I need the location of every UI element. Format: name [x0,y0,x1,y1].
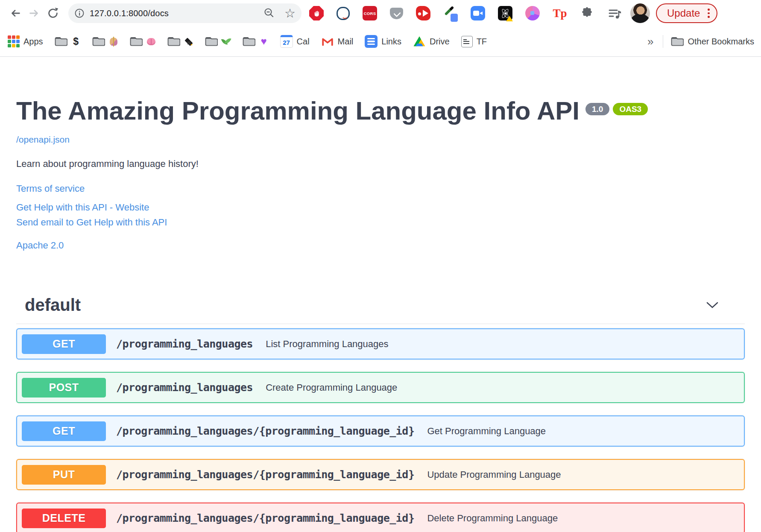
folder-icon [55,36,67,47]
method-badge: DELETE [22,509,106,528]
method-badge: GET [22,334,106,354]
bookmark-label: Drive [430,37,450,47]
chat-bubble-extension-icon[interactable] [337,7,350,20]
bookmark-star-icon[interactable]: ☆ [284,7,296,20]
terms-of-service-link[interactable]: Terms of service [16,183,745,194]
endpoint-row[interactable]: PUT /programming_languages/{programming_… [16,459,745,490]
back-button[interactable] [6,4,25,23]
bookmark-folder-brain[interactable] [130,36,156,47]
bookmark-mail[interactable]: Mail [321,35,354,48]
endpoint-path: /programming_languages/{programming_lang… [116,468,414,481]
forward-button[interactable] [25,4,44,23]
folder-icon [130,36,143,47]
openapi-json-link[interactable]: /openapi.json [16,134,70,145]
method-badge: PUT [22,465,106,485]
bookmark-apps[interactable]: Apps [8,35,43,47]
bookmark-label: TF [477,37,487,47]
bookmark-drive[interactable]: Drive [413,35,450,48]
reload-button[interactable] [44,4,62,23]
endpoint-summary: Create Programming Language [266,382,397,393]
folder-icon [167,36,180,47]
bookmark-label: Apps [23,37,43,47]
carousel-horse-icon [110,38,117,46]
url-text[interactable]: 127.0.0.1:8000/docs [90,9,263,18]
endpoint-path: /programming_languages/{programming_lang… [116,425,414,437]
bookmark-folder-carousel-horse[interactable] [92,36,118,47]
react-devtools-extension-icon[interactable] [498,6,512,20]
herb-icon [222,37,231,46]
dollar-icon: $ [71,36,81,47]
update-button[interactable]: Update [656,3,717,23]
zoom-out-icon[interactable] [263,7,275,19]
bookmark-calendar[interactable]: 27 Cal [280,35,310,48]
cors-extension-icon[interactable]: CORS [363,6,377,20]
kebab-menu-icon[interactable] [708,9,710,18]
bookmark-folder-dollar[interactable]: $ [55,36,81,47]
bookmark-folder-herb[interactable] [205,36,231,47]
zoom-camera-extension-icon[interactable] [471,6,485,20]
endpoint-row[interactable]: GET /programming_languages List Programm… [16,328,745,360]
bookmark-label: Mail [338,37,354,47]
bookmark-label: Cal [297,37,310,47]
section-header-default[interactable]: default [16,295,745,324]
swagger-page: The Amazing Programming Language Info AP… [0,97,761,532]
tf-favicon [461,36,473,47]
bookmark-links[interactable]: Links [365,35,401,48]
chevron-down-icon[interactable] [706,302,718,309]
adblock-extension-icon[interactable] [309,6,324,20]
brain-icon [147,38,155,45]
endpoint-path: /programming_languages [116,338,253,350]
recycle-extension-icon[interactable] [525,6,540,20]
purple-heart-icon: ♥ [259,36,269,47]
oas3-badge: OAS3 [613,103,648,115]
other-bookmarks[interactable]: Other Bookmarks [671,36,754,47]
folder-icon [243,36,255,47]
gmail-icon [321,35,334,48]
help-website-link[interactable]: Get Help with this API - Website [16,202,745,213]
browser-toolbar: 127.0.0.1:8000/docs ☆ CORS Tp [0,0,761,26]
bookmark-tf[interactable]: TF [461,36,487,47]
profile-avatar[interactable] [630,3,650,23]
toggl-label: Tp [553,7,567,20]
color-picker-extension-icon[interactable] [443,6,458,20]
folder-icon [671,36,684,47]
back-arrow-icon [9,7,22,20]
endpoint-row[interactable]: GET /programming_languages/{programming_… [16,415,745,447]
bookmark-folder-purple-heart[interactable]: ♥ [243,36,269,47]
endpoint-summary: Get Programming Language [427,426,546,437]
page-title: The Amazing Programming Language Info AP… [16,97,745,124]
google-calendar-icon: 27 [280,35,293,48]
method-badge: POST [22,378,106,398]
address-bar[interactable]: 127.0.0.1:8000/docs ☆ [68,3,301,23]
apps-grid-icon [8,35,20,47]
endpoint-path: /programming_languages/{programming_lang… [116,512,414,524]
red-arrow-extension-icon[interactable] [416,6,430,20]
api-description: Learn about programming language history… [16,158,745,170]
extensions-puzzle-icon[interactable] [580,6,594,20]
bookmarks-bar: Apps $ [0,26,761,57]
version-badge: 1.0 [585,103,609,115]
toggl-extension-icon[interactable]: Tp [553,6,567,20]
bookmark-folder-graduation[interactable] [167,36,193,47]
endpoint-path: /programming_languages [116,381,253,394]
links-icon [365,35,378,48]
site-info-icon[interactable] [74,8,85,18]
section-title: default [25,295,81,315]
help-email-link[interactable]: Send email to Get Help with this API [16,217,745,228]
pocket-extension-icon[interactable] [390,8,403,19]
bookmark-label: Other Bookmarks [688,37,754,47]
folder-icon [205,36,218,47]
forward-arrow-icon [28,7,41,20]
bookmarks-overflow-chevron[interactable]: » [647,35,653,48]
license-link[interactable]: Apache 2.0 [16,240,745,251]
method-badge: GET [22,421,106,441]
api-title-text: The Amazing Programming Language Info AP… [16,96,580,125]
endpoint-summary: List Programming Languages [266,339,388,350]
google-drive-icon [413,35,426,48]
graduation-cap-icon [184,37,193,46]
folder-icon [92,36,105,47]
endpoint-row[interactable]: DELETE /programming_languages/{programmi… [16,503,745,532]
media-controls-icon[interactable] [607,6,622,20]
cors-label: CORS [364,11,376,16]
endpoint-row[interactable]: POST /programming_languages Create Progr… [16,372,745,403]
